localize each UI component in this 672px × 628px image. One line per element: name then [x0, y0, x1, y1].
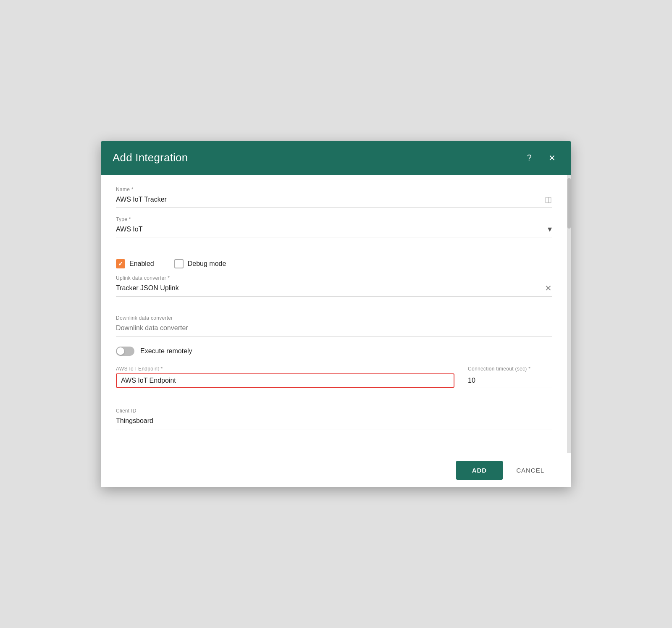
debug-checkbox[interactable] — [174, 259, 184, 268]
timeout-label: Connection timeout (sec) * — [468, 366, 552, 372]
toggle-knob — [117, 347, 124, 355]
downlink-input[interactable] — [116, 323, 552, 334]
client-id-field: Client ID — [116, 408, 552, 429]
timeout-field: Connection timeout (sec) * — [468, 366, 552, 388]
client-id-label: Client ID — [116, 408, 552, 414]
name-input[interactable] — [116, 194, 541, 205]
timeout-input[interactable] — [468, 377, 552, 384]
type-select-row: AWS IoT MQTT HTTP ThingsBoard ▾ — [116, 224, 552, 237]
endpoint-input-box — [116, 373, 454, 388]
endpoint-row: AWS IoT Endpoint * Connection timeout (s… — [116, 366, 552, 388]
execute-remotely-toggle[interactable] — [116, 347, 134, 356]
dialog-header: Add Integration ? ✕ — [101, 141, 571, 175]
uplink-input-row: ✕ — [116, 283, 552, 297]
enabled-check-icon: ✓ — [118, 260, 123, 267]
add-integration-dialog: Add Integration ? ✕ Name * ◫ Type * — [101, 141, 571, 487]
copy-icon[interactable]: ◫ — [545, 195, 552, 204]
uplink-clear-icon[interactable]: ✕ — [545, 283, 552, 293]
add-button[interactable]: ADD — [456, 461, 503, 480]
name-label: Name * — [116, 187, 552, 192]
uplink-input[interactable] — [116, 283, 545, 294]
name-field: Name * ◫ — [116, 187, 552, 208]
spacer-4 — [116, 398, 552, 408]
execute-remotely-row: Execute remotely — [116, 347, 552, 356]
dialog-footer: ADD CANCEL — [101, 453, 571, 487]
enabled-checkbox-item[interactable]: ✓ Enabled — [116, 259, 154, 268]
timeout-input-row — [468, 373, 552, 387]
uplink-label: Uplink data converter * — [116, 275, 552, 281]
downlink-label: Downlink data converter — [116, 315, 552, 321]
name-input-row: ◫ — [116, 194, 552, 208]
uplink-field: Uplink data converter * ✕ — [116, 275, 552, 297]
scrollbar-thumb[interactable] — [567, 178, 571, 229]
header-actions: ? ✕ — [522, 150, 559, 166]
spacer-1 — [116, 246, 552, 256]
type-select[interactable]: AWS IoT MQTT HTTP ThingsBoard — [116, 224, 548, 234]
downlink-field: Downlink data converter — [116, 315, 552, 336]
dialog-title: Add Integration — [113, 151, 188, 164]
type-label: Type * — [116, 216, 552, 222]
endpoint-label: AWS IoT Endpoint * — [116, 366, 454, 372]
enabled-checkbox[interactable]: ✓ — [116, 259, 125, 268]
endpoint-input[interactable] — [121, 377, 449, 384]
debug-label: Debug mode — [188, 260, 226, 268]
spacer-2 — [116, 305, 552, 315]
type-field: Type * AWS IoT MQTT HTTP ThingsBoard ▾ — [116, 216, 552, 237]
checkboxes-row: ✓ Enabled Debug mode — [116, 259, 552, 268]
client-id-input-row — [116, 415, 552, 429]
scrollbar-track[interactable] — [567, 175, 571, 453]
close-icon: ✕ — [549, 153, 556, 163]
help-button[interactable]: ? — [522, 150, 537, 166]
spacer-3 — [116, 388, 552, 398]
dialog-body: Name * ◫ Type * AWS IoT MQTT HTTP Things… — [101, 175, 567, 453]
spacer-5 — [116, 438, 552, 448]
execute-remotely-label: Execute remotely — [140, 347, 192, 355]
client-id-input[interactable] — [116, 415, 552, 426]
enabled-label: Enabled — [129, 260, 154, 268]
help-icon: ? — [527, 153, 531, 163]
chevron-down-icon: ▾ — [548, 224, 552, 234]
downlink-input-row — [116, 323, 552, 336]
cancel-button[interactable]: CANCEL — [503, 461, 558, 480]
endpoint-field: AWS IoT Endpoint * — [116, 366, 454, 388]
close-button[interactable]: ✕ — [544, 150, 559, 166]
debug-checkbox-item[interactable]: Debug mode — [174, 259, 226, 268]
dialog-scrollbar-area: Name * ◫ Type * AWS IoT MQTT HTTP Things… — [101, 175, 571, 453]
